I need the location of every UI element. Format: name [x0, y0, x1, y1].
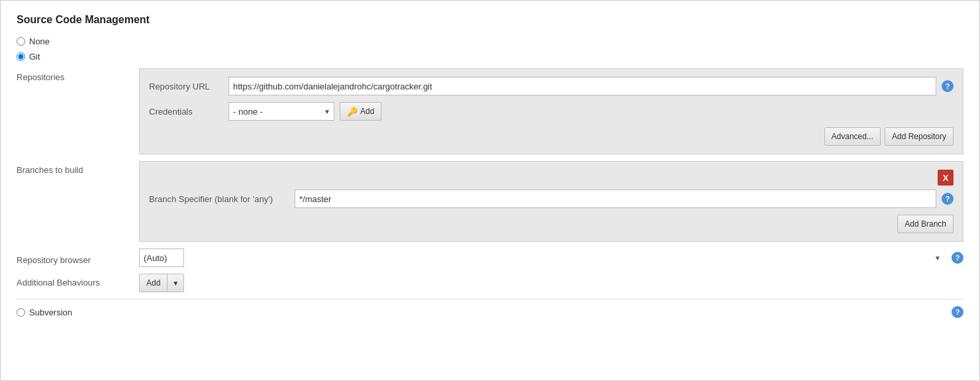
subversion-row: Subversion ? [17, 306, 963, 318]
credentials-label: Credentials [149, 107, 228, 117]
branch-specifier-help-icon[interactable]: ? [942, 193, 954, 205]
credentials-row: Credentials - none - ▼ 🔑 Add [149, 102, 954, 121]
add-behaviour-text: Add [140, 274, 168, 292]
radio-subversion[interactable] [17, 308, 25, 317]
section-divider [17, 299, 963, 299]
repositories-bottom-buttons: Advanced... Add Repository [149, 127, 954, 146]
repositories-content: Repository URL ? Credentials - none - ▼ … [139, 68, 963, 154]
repository-url-label: Repository URL [149, 82, 228, 91]
repository-url-input[interactable] [228, 77, 936, 95]
scm-option-none[interactable]: None [17, 36, 963, 46]
repository-browser-select[interactable]: (Auto) [139, 248, 184, 267]
branch-specifier-input[interactable] [295, 190, 936, 208]
delete-branch-button[interactable]: X [938, 170, 954, 186]
label-git: Git [29, 52, 40, 62]
scm-option-git[interactable]: Git [17, 52, 963, 62]
branches-content: X Branch Specifier (blank for 'any') ? A… [139, 161, 963, 242]
radio-none[interactable] [17, 37, 25, 46]
label-none: None [29, 36, 50, 46]
additional-behaviours-content: Add ▼ [139, 274, 184, 292]
scm-option-subversion[interactable]: Subversion [17, 307, 72, 317]
branches-label: Branches to build [17, 161, 139, 175]
branch-specifier-label: Branch Specifier (blank for 'any') [149, 194, 295, 204]
repository-browser-wrapper: (Auto) ▼ [139, 248, 946, 267]
branches-section: Branches to build X Branch Specifier (bl… [17, 161, 963, 242]
add-credentials-label: Add [360, 107, 374, 116]
repo-browser-select-arrow: ▼ [934, 254, 941, 262]
repository-url-help-icon[interactable]: ? [942, 80, 954, 92]
add-behaviour-caret-icon: ▼ [168, 274, 183, 292]
add-credentials-button[interactable]: 🔑 Add [340, 102, 381, 121]
credentials-select[interactable]: - none - [228, 102, 334, 121]
repository-browser-label: Repository browser [17, 251, 139, 265]
radio-git[interactable] [17, 52, 25, 61]
additional-behaviours-section: Additional Behaviours Add ▼ [17, 274, 963, 292]
branches-bottom-buttons: Add Branch [149, 215, 954, 233]
page-title: Source Code Management [17, 14, 963, 26]
subversion-help-icon[interactable]: ? [952, 306, 963, 318]
repositories-section: Repositories Repository URL ? Credential… [17, 68, 963, 154]
add-branch-button[interactable]: Add Branch [897, 215, 954, 233]
advanced-button[interactable]: Advanced... [824, 127, 881, 146]
label-subversion: Subversion [29, 307, 72, 317]
credentials-select-wrapper: - none - ▼ [228, 102, 334, 121]
add-behaviour-button[interactable]: Add ▼ [139, 274, 184, 292]
additional-behaviours-label: Additional Behaviours [17, 274, 139, 288]
page-container: Source Code Management None Git Reposito… [0, 0, 980, 381]
add-repository-button[interactable]: Add Repository [885, 127, 954, 146]
branch-specifier-row: Branch Specifier (blank for 'any') ? [149, 190, 954, 208]
branches-header-row: X [149, 170, 954, 186]
repository-browser-section: Repository browser (Auto) ▼ ? [17, 248, 963, 267]
repository-browser-help-icon[interactable]: ? [952, 252, 963, 264]
repositories-label: Repositories [17, 68, 139, 82]
repository-url-row: Repository URL ? [149, 77, 954, 95]
key-icon: 🔑 [347, 107, 358, 117]
